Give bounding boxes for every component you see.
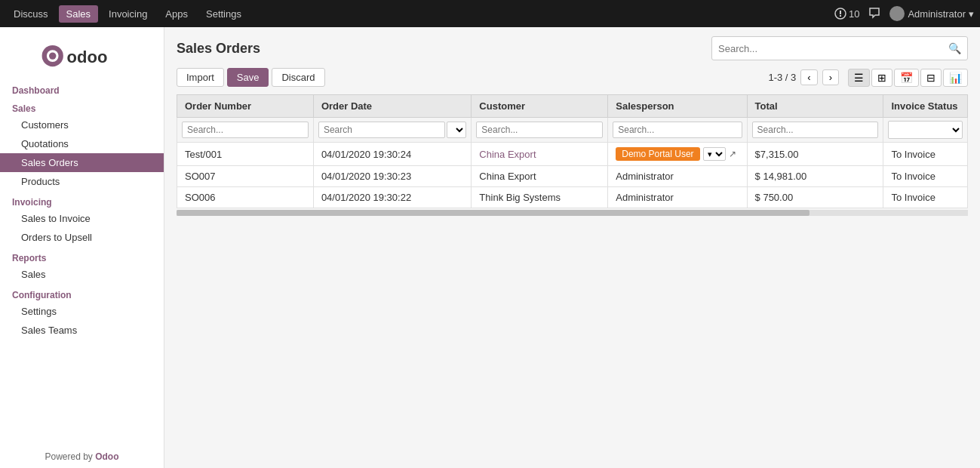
table-row[interactable]: SO007 04/01/2020 19:30:23 China Export A… [177,166,968,187]
cell-customer[interactable]: China Export [472,143,608,166]
sidebar-item-config-settings[interactable]: Settings [0,302,164,321]
global-search[interactable]: 🔍 [711,36,968,60]
sidebar-section-invoicing[interactable]: Invoicing [0,191,164,209]
main-content: Sales Orders 🔍 Import Save Discard 1-3 /… [164,27,980,468]
pagination-prev[interactable]: ‹ [800,69,817,85]
svg-text:odoo: odoo [66,48,107,66]
user-menu[interactable]: Administrator ▾ [889,6,974,21]
notification-count: 10 [849,8,859,20]
sales-orders-table: Order Number Order Date Customer Salespe… [177,94,968,208]
cell-salesperson: Administrator [608,187,747,208]
cell-customer: China Export [472,166,608,187]
table-body: Test/001 04/01/2020 19:30:24 China Expor… [177,143,968,208]
toolbar: Import Save Discard 1-3 / 3 ‹ › ☰ ⊞ 📅 ⊟ … [177,68,968,87]
col-salesperson[interactable]: Salesperson [608,95,747,118]
sidebar-item-products[interactable]: Products [0,172,164,191]
svg-rect-2 [840,15,841,17]
activity-icon[interactable]: 10 [834,8,859,20]
sidebar-item-sales-to-invoice[interactable]: Sales to Invoice [0,209,164,228]
col-invoice-status[interactable]: Invoice Status [883,95,968,118]
pagination-text: 1-3 / 3 [768,72,796,83]
col-total[interactable]: Total [747,95,883,118]
table-header-row: Order Number Order Date Customer Salespe… [177,95,968,118]
save-button[interactable]: Save [227,68,269,87]
col-order-number[interactable]: Order Number [177,95,314,118]
nav-invoicing[interactable]: Invoicing [101,5,155,23]
sidebar-section-configuration[interactable]: Configuration [0,284,164,302]
table-row[interactable]: Test/001 04/01/2020 19:30:24 China Expor… [177,143,968,166]
view-pivot-button[interactable]: ⊟ [920,69,942,87]
cell-order-date: 04/01/2020 19:30:22 [313,187,471,208]
cell-total: $ 750.00 [747,187,883,208]
filter-order-number-input[interactable] [182,122,309,138]
table-row[interactable]: SO006 04/01/2020 19:30:22 Think Big Syst… [177,187,968,208]
sidebar: odoo Dashboard Sales Customers Quotation… [0,27,164,468]
sidebar-item-customers[interactable]: Customers [0,115,164,134]
filter-order-date-input[interactable] [318,122,445,138]
top-nav-right: 10 Administrator ▾ [834,6,974,21]
view-kanban-button[interactable]: ⊞ [871,69,892,87]
cell-invoice-status: To Invoice [883,143,968,166]
col-order-date[interactable]: Order Date [313,95,471,118]
filter-salesperson[interactable] [608,118,747,143]
cell-invoice-status: To Invoice [883,187,968,208]
sidebar-item-orders-to-upsell[interactable]: Orders to Upsell [0,228,164,247]
cell-total: $ 14,981.00 [747,166,883,187]
customer-link[interactable]: China Export [479,149,536,160]
user-name: Administrator [908,8,966,20]
page-header: Sales Orders 🔍 [177,36,968,60]
top-navigation: Discuss Sales Invoicing Apps Settings 10… [0,0,980,27]
global-search-input[interactable] [718,43,948,54]
svg-point-5 [49,52,56,59]
discard-button[interactable]: Discard [272,68,324,87]
filter-salesperson-input[interactable] [613,122,742,138]
sidebar-section-sales[interactable]: Sales [0,97,164,115]
sidebar-item-sales-teams[interactable]: Sales Teams [0,321,164,340]
logo[interactable]: odoo [0,27,164,79]
cell-invoice-status: To Invoice [883,166,968,187]
cell-total: $7,315.00 [747,143,883,166]
view-icons: ☰ ⊞ 📅 ⊟ 📊 [848,69,968,87]
filter-order-date-select[interactable] [447,122,466,138]
nav-sales[interactable]: Sales [59,5,99,23]
sidebar-item-quotations[interactable]: Quotations [0,134,164,153]
sidebar-section-dashboard[interactable]: Dashboard [0,79,164,97]
filter-invoice-status-select[interactable]: To Invoice Invoiced [888,121,963,139]
cell-customer: Think Big Systems [472,187,608,208]
nav-settings[interactable]: Settings [198,5,249,23]
svg-rect-1 [840,11,841,14]
filter-order-number[interactable] [177,118,314,143]
filter-order-date[interactable] [313,118,471,143]
filter-total[interactable] [747,118,883,143]
cell-order-number[interactable]: Test/001 [177,143,314,166]
filter-customer-input[interactable] [476,122,603,138]
pagination-next[interactable]: › [822,69,839,85]
filter-invoice-status[interactable]: To Invoice Invoiced [883,118,968,143]
page-title: Sales Orders [177,41,702,57]
view-calendar-button[interactable]: 📅 [894,69,919,87]
user-dropdown-icon: ▾ [969,8,974,20]
cell-order-date: 04/01/2020 19:30:24 [313,143,471,166]
cell-order-number[interactable]: SO006 [177,187,314,208]
filter-customer[interactable] [472,118,608,143]
view-graph-button[interactable]: 📊 [943,69,968,87]
nav-discuss[interactable]: Discuss [6,5,56,23]
view-list-button[interactable]: ☰ [848,69,870,87]
sidebar-item-sales-report[interactable]: Sales [0,265,164,284]
sidebar-item-sales-orders[interactable]: Sales Orders [0,153,164,172]
chat-icon[interactable] [868,7,880,21]
external-link-icon[interactable]: ↗ [729,149,736,159]
import-button[interactable]: Import [177,68,224,87]
search-icon[interactable]: 🔍 [948,42,961,54]
cell-order-number[interactable]: SO007 [177,166,314,187]
col-customer[interactable]: Customer [472,95,608,118]
salesperson-badge: Demo Portal User [616,147,699,161]
sidebar-footer: Powered by Odoo [0,445,164,468]
filter-total-input[interactable] [752,122,879,138]
salesperson-dropdown[interactable]: ▾ [703,147,726,161]
table-filter-row: To Invoice Invoiced [177,118,968,143]
horizontal-scrollbar[interactable] [177,210,968,216]
odoo-link[interactable]: Odoo [95,451,118,462]
sidebar-section-reports[interactable]: Reports [0,247,164,265]
nav-apps[interactable]: Apps [158,5,195,23]
